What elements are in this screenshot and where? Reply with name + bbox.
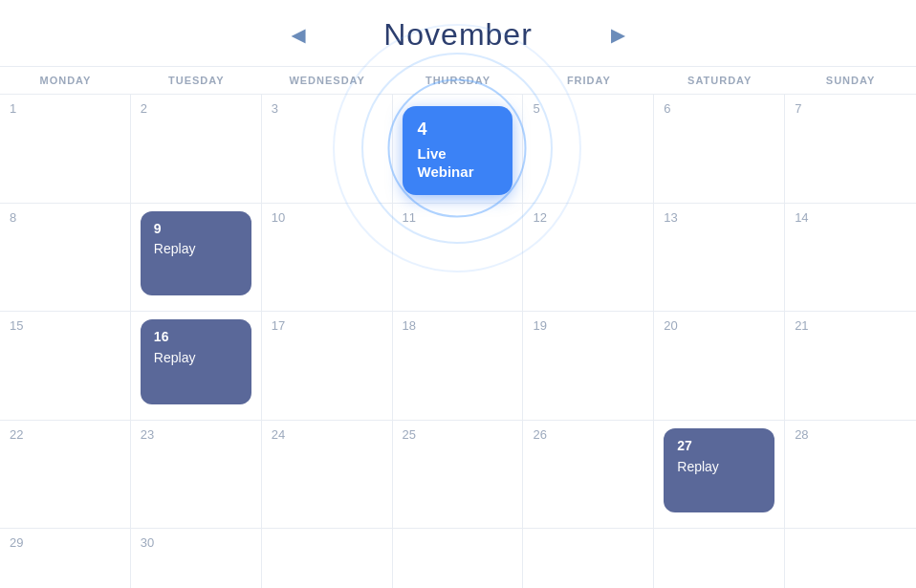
cell-number-15: 15	[10, 319, 120, 332]
event-card-replay-16[interactable]: 16 Replay	[141, 319, 251, 404]
event-title-replay-9: Replay	[154, 240, 238, 257]
event-card-live-webinar[interactable]: 4 LiveWebinar	[403, 106, 513, 195]
cell-number-18: 18	[403, 319, 513, 332]
cell-18: 18	[393, 312, 524, 421]
cell-3: 3	[262, 95, 393, 204]
cell-24: 24	[262, 421, 393, 530]
cell-2: 2	[131, 95, 262, 204]
cell-9: 9 Replay	[131, 204, 262, 313]
cell-20: 20	[654, 312, 785, 421]
cell-number-1: 1	[10, 102, 120, 115]
cell-number-11: 11	[403, 211, 513, 224]
cell-empty-1	[262, 529, 393, 588]
cell-26: 26	[523, 421, 654, 530]
event-card-replay-27[interactable]: 27 Replay	[664, 428, 774, 513]
cell-27: 27 Replay	[654, 421, 785, 530]
cell-number-22: 22	[10, 428, 120, 441]
cell-number-13: 13	[664, 211, 774, 224]
cell-10: 10	[262, 204, 393, 313]
cell-number-24: 24	[272, 428, 382, 441]
prev-month-button[interactable]: ◀	[282, 21, 315, 50]
cell-number-17: 17	[272, 319, 382, 332]
cell-number-8: 8	[10, 211, 120, 224]
event-title-replay-27: Replay	[677, 458, 761, 475]
calendar-grid: 1 2 3 4 LiveWebinar 5	[0, 95, 916, 588]
event-title-live-webinar: LiveWebinar	[418, 144, 498, 182]
cell-22: 22	[0, 421, 131, 530]
event-day-16: 16	[154, 329, 238, 345]
day-header-wed: WEDNESDAY	[262, 67, 393, 94]
day-header-thu: THURSDAY	[393, 67, 524, 94]
cell-number-14: 14	[795, 211, 906, 224]
cell-13: 13	[654, 204, 785, 313]
calendar: ◀ November ▶ MONDAY TUESDAY WEDNESDAY TH…	[0, 0, 916, 588]
cell-number-23: 23	[141, 428, 251, 441]
event-title-replay-16: Replay	[154, 349, 238, 366]
month-title: November	[353, 17, 563, 53]
cell-number-7: 7	[795, 102, 906, 115]
cell-7: 7	[785, 95, 916, 204]
day-header-fri: FRIDAY	[523, 67, 654, 94]
cell-8: 8	[0, 204, 131, 313]
cell-15: 15	[0, 312, 131, 421]
cell-28: 28	[785, 421, 916, 530]
cell-12: 12	[523, 204, 654, 313]
event-day-27: 27	[677, 438, 761, 454]
cell-6: 6	[654, 95, 785, 204]
event-day-9: 9	[154, 221, 238, 237]
cell-5: 5	[523, 95, 654, 204]
cell-number-21: 21	[795, 319, 906, 332]
cell-number-12: 12	[533, 211, 643, 224]
day-headers: MONDAY TUESDAY WEDNESDAY THURSDAY FRIDAY…	[0, 66, 916, 95]
day-header-sun: SUNDAY	[785, 67, 916, 94]
cell-23: 23	[131, 421, 262, 530]
cell-empty-4	[654, 529, 785, 588]
cell-number-30: 30	[141, 536, 251, 549]
cell-empty-2	[393, 529, 524, 588]
cell-14: 14	[785, 204, 916, 313]
next-month-button[interactable]: ▶	[601, 21, 634, 50]
cell-number-2: 2	[141, 102, 251, 115]
cell-number-3: 3	[272, 102, 382, 115]
cell-29: 29	[0, 529, 131, 588]
event-day-4: 4	[418, 120, 498, 141]
cell-1: 1	[0, 95, 131, 204]
cell-17: 17	[262, 312, 393, 421]
cell-number-19: 19	[533, 319, 643, 332]
cell-number-10: 10	[272, 211, 382, 224]
cell-25: 25	[393, 421, 524, 530]
cell-number-25: 25	[403, 428, 513, 441]
cell-16: 16 Replay	[131, 312, 262, 421]
cell-empty-3	[523, 529, 654, 588]
cell-number-20: 20	[664, 319, 774, 332]
cell-number-5: 5	[533, 102, 643, 115]
cell-4: 4 LiveWebinar	[393, 95, 524, 204]
cell-empty-5	[785, 529, 916, 588]
cell-21: 21	[785, 312, 916, 421]
cell-30: 30	[131, 529, 262, 588]
cell-11: 11	[393, 204, 524, 313]
cell-number-26: 26	[533, 428, 643, 441]
day-header-sat: SATURDAY	[654, 67, 785, 94]
cell-number-28: 28	[795, 428, 906, 441]
calendar-header: ◀ November ▶	[0, 0, 916, 66]
cell-number-6: 6	[664, 102, 774, 115]
event-card-replay-9[interactable]: 9 Replay	[141, 211, 251, 296]
day-header-mon: MONDAY	[0, 67, 131, 94]
cell-19: 19	[523, 312, 654, 421]
day-header-tue: TUESDAY	[131, 67, 262, 94]
cell-number-29: 29	[10, 536, 120, 549]
